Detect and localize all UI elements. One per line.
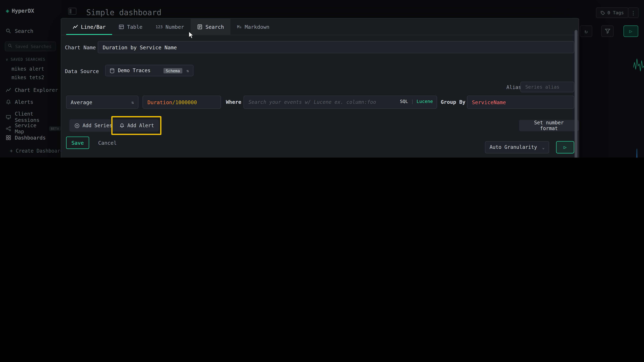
bell-icon bbox=[120, 123, 124, 128]
where-label: Where bbox=[226, 99, 241, 105]
tab-number[interactable]: 123 Number bbox=[149, 18, 191, 35]
lucene-mode-button[interactable]: Lucene bbox=[417, 99, 433, 104]
data-source-select[interactable]: Demo Traces Schema ⇅ bbox=[105, 65, 194, 76]
group-by-input[interactable] bbox=[467, 96, 574, 109]
tab-markdown[interactable]: M↓ Markdown bbox=[230, 18, 276, 35]
updown-icon: ⇅ bbox=[186, 68, 189, 73]
table-icon bbox=[119, 24, 124, 29]
chart-type-tabs: Line/Bar Table 123 Number Search M↓ Mark… bbox=[61, 18, 579, 35]
mode-divider: | bbox=[411, 99, 414, 104]
tab-line-bar[interactable]: Line/Bar bbox=[66, 18, 112, 35]
granularity-select[interactable]: Auto Granularity ⌄ bbox=[485, 141, 549, 154]
number-icon: 123 bbox=[156, 24, 162, 29]
alias-input[interactable] bbox=[520, 82, 574, 92]
chart-name-label: Chart Name bbox=[65, 44, 96, 50]
group-by-label: Group By bbox=[441, 99, 466, 105]
app-window: ◈ HyperDX Search ∨ SAVED SEARCHES mikes … bbox=[0, 0, 644, 158]
add-alert-button[interactable]: Add Alert bbox=[115, 119, 159, 132]
markdown-icon: M↓ bbox=[237, 24, 242, 29]
data-source-label: Data Source bbox=[65, 68, 99, 74]
save-button[interactable]: Save bbox=[66, 137, 89, 149]
run-chart-button[interactable]: ▷ bbox=[556, 141, 574, 154]
plus-circle-icon bbox=[74, 123, 80, 128]
chart-name-input[interactable] bbox=[98, 41, 574, 53]
document-icon bbox=[197, 24, 202, 29]
where-field: SQL | Lucene bbox=[244, 96, 437, 109]
aggregation-select[interactable]: Average ⇅ bbox=[66, 96, 138, 109]
database-icon bbox=[110, 68, 115, 73]
chart-editor-modal: Line/Bar Table 123 Number Search M↓ Mark… bbox=[61, 18, 579, 158]
updown-icon: ⇅ bbox=[132, 100, 134, 104]
sql-mode-button[interactable]: SQL bbox=[400, 99, 408, 104]
modal-scrollbar[interactable] bbox=[574, 30, 578, 158]
chevron-down-icon: ⌄ bbox=[542, 145, 545, 150]
mouse-cursor bbox=[188, 31, 195, 39]
set-number-format-button[interactable]: Set number format bbox=[519, 120, 579, 131]
tab-search[interactable]: Search bbox=[191, 18, 230, 35]
field-expression-input[interactable]: Duration/1000000 bbox=[142, 96, 221, 109]
cancel-button[interactable]: Cancel bbox=[98, 137, 117, 149]
schema-badge: Schema bbox=[163, 68, 182, 73]
line-chart-icon bbox=[73, 24, 78, 29]
add-series-button[interactable]: Add Series bbox=[70, 119, 117, 132]
tab-table[interactable]: Table bbox=[112, 18, 149, 35]
alias-label: Alias bbox=[506, 85, 521, 90]
